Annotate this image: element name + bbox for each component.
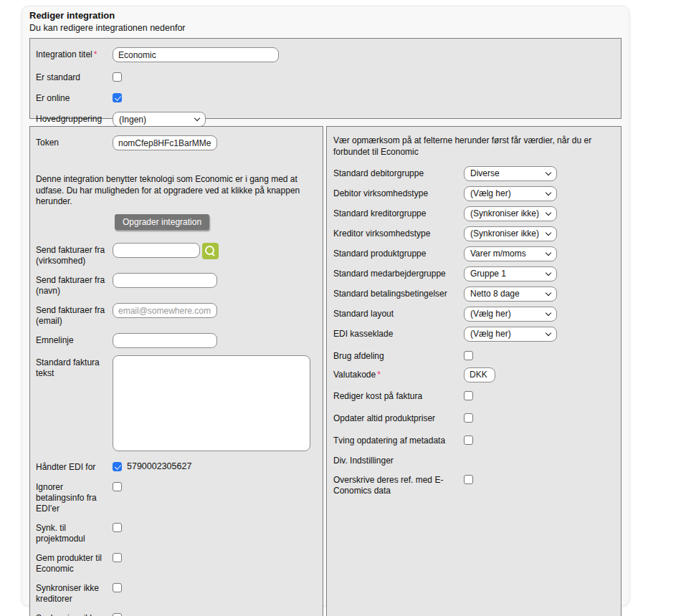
gem-produkter-checkbox[interactable] <box>113 553 122 562</box>
handle-edi-checkbox[interactable] <box>113 462 122 471</box>
handle-edi-label: Håndter EDI for <box>36 460 108 473</box>
chevron-down-icon <box>546 170 551 175</box>
select-value: (Vælg her) <box>470 329 511 339</box>
standard-kreditorgruppe-select[interactable]: (Synkroniser ikke) <box>464 206 557 221</box>
synkroniser-ikke-kreditorer-checkbox[interactable] <box>113 583 122 592</box>
opdater-altid-produktpriser-checkbox[interactable] <box>464 413 473 423</box>
standard-produktgruppe-select[interactable]: Varer m/moms <box>464 246 557 261</box>
valutakode-input[interactable] <box>464 367 495 382</box>
required-asterisk: * <box>377 370 381 380</box>
save-products-label: Gem produkter til Economic <box>36 551 108 574</box>
invoice-text-label: Standard faktura tekst <box>36 355 108 379</box>
standard-debitorgruppe-select[interactable]: Diverse <box>464 166 557 181</box>
integration-title-row: Integration titel* <box>36 47 615 62</box>
er-standard-checkbox[interactable] <box>113 72 122 82</box>
standard-layout-select[interactable]: (Vælg her) <box>464 307 557 322</box>
opdater-produktpriser-row: Opdater altid produktpriser <box>333 411 615 424</box>
hovedgruppering-row: Hovedgruppering (Ingen) <box>36 112 615 127</box>
select-value: Varer m/moms <box>470 249 526 259</box>
send-from-email-row: Send fakturaer fra (email) <box>36 303 317 327</box>
panels-row: Token Denne integration benytter teknolo… <box>29 126 622 616</box>
kreditor-virksomhedstype-row: Kreditor virksomhedstype (Synkroniser ik… <box>333 226 615 241</box>
er-standard-row: Er standard <box>36 70 615 83</box>
integration-title-input[interactable] <box>113 47 279 62</box>
page-subtitle: Du kan redigere integrationen nedenfor <box>29 22 622 34</box>
invoice-text-row: Standard faktura tekst <box>36 355 317 451</box>
hovedgruppering-select[interactable]: (Ingen) <box>113 112 206 127</box>
deprecation-notice: Denne integration benytter teknologi som… <box>36 174 317 207</box>
synk-til-projektmodul-checkbox[interactable] <box>113 523 122 532</box>
edit-integration-card: Rediger integration Du kan redigere inte… <box>22 6 629 606</box>
send-from-name-input[interactable] <box>113 273 217 288</box>
valutakode-label: Valutakode* <box>333 367 459 380</box>
div-indstillinger-label: Div. Indstillinger <box>333 456 615 466</box>
send-from-name-row: Send fakturaer fra (navn) <box>36 273 317 297</box>
er-online-label: Er online <box>36 91 108 104</box>
standard-layout-row: Standard layout (Vælg her) <box>333 307 615 322</box>
produktgruppe-row: Standard produktgruppe Varer m/moms <box>333 246 615 261</box>
upgrade-integration-button[interactable]: Opgrader integration <box>115 214 209 230</box>
select-value: (Synkroniser ikke) <box>470 208 539 218</box>
invoice-text-textarea[interactable] <box>113 355 310 451</box>
brug-afdeling-row: Brug afdeling <box>333 349 615 362</box>
rediger-kost-row: Rediger kost på faktura <box>333 389 615 402</box>
debitor-virksomhedstype-label: Debitor virksomhedstype <box>333 186 459 199</box>
er-online-checkbox[interactable] <box>113 93 122 102</box>
tving-opdatering-checkbox[interactable] <box>464 435 473 445</box>
send-from-company-label: Send fakturaer fra (virksomhed) <box>36 243 108 266</box>
sync-project-label: Synk. til projektmodul <box>36 521 108 544</box>
kreditor-virksomhedstype-select[interactable]: (Synkroniser ikke) <box>464 226 557 241</box>
valutakode-row: Valutakode* <box>333 367 615 382</box>
debitorgruppe-row: Standard debitorgruppe Diverse <box>333 166 615 181</box>
subject-line-input[interactable] <box>113 333 217 348</box>
economic-notice: Vær opmærksom på at felterne herunder fø… <box>333 135 615 158</box>
standard-betalingsbetingelser-select[interactable]: Netto 8 dage <box>464 287 557 302</box>
sync-project-row: Synk. til projektmodul <box>36 521 317 544</box>
ignorer-betalingsinfo-checkbox[interactable] <box>113 482 122 491</box>
required-asterisk: * <box>94 49 97 59</box>
overskrive-ref-row: Overskrive deres ref. med E-Conomics dat… <box>333 473 615 496</box>
token-label: Token <box>36 135 108 148</box>
select-value: (Synkroniser ikke) <box>470 228 539 239</box>
chevron-down-icon <box>546 210 551 216</box>
er-standard-label: Er standard <box>36 70 108 83</box>
overskrive-ref-checkbox[interactable] <box>464 475 473 484</box>
left-settings-panel: Token Denne integration benytter teknolo… <box>29 126 323 616</box>
hovedgruppering-label: Hovedgruppering <box>36 112 108 125</box>
chevron-down-icon <box>546 310 551 316</box>
medarbejdergruppe-label: Standard medarbejdergruppe <box>333 266 459 279</box>
rediger-kost-checkbox[interactable] <box>464 391 473 400</box>
tving-metadata-row: Tving opdatering af metadata <box>333 433 615 446</box>
edi-kasseklade-select[interactable]: (Vælg her) <box>464 327 557 342</box>
debitor-virksomhedstype-select[interactable]: (Vælg her) <box>464 186 557 201</box>
integration-title-label: Integration titel* <box>36 47 108 60</box>
debitorgruppe-label: Standard debitorgruppe <box>333 166 459 179</box>
page-title: Rediger integration <box>29 10 622 22</box>
save-products-row: Gem produkter til Economic <box>36 551 317 574</box>
right-settings-panel: Vær opmærksom på at felterne herunder fø… <box>326 126 622 616</box>
send-from-company-input[interactable] <box>113 243 200 258</box>
send-from-email-label: Send fakturaer fra (email) <box>36 303 108 327</box>
select-value: (Vælg her) <box>470 188 511 198</box>
chevron-down-icon <box>546 190 551 196</box>
betalingsbetingelser-label: Standard betalingsbetingelser <box>333 287 459 299</box>
opdater-produktpriser-label: Opdater altid produktpriser <box>333 411 459 424</box>
select-value: Gruppe 1 <box>470 269 506 279</box>
overskrive-ref-label: Overskrive deres ref. med E-Conomics dat… <box>333 473 459 496</box>
send-from-email-input[interactable] <box>113 303 217 318</box>
standard-layout-label: Standard layout <box>333 307 459 319</box>
standard-medarbejdergruppe-select[interactable]: Gruppe 1 <box>464 266 557 281</box>
synkroniser-ikke-debitorer-checkbox[interactable] <box>113 613 122 616</box>
send-from-company-row: Send fakturaer fra (virksomhed) <box>36 243 317 266</box>
search-icon[interactable] <box>202 243 219 259</box>
no-sync-debtors-row: Synkroniser ikke debitorer <box>36 611 317 616</box>
no-sync-debtors-label: Synkroniser ikke debitorer <box>36 611 108 616</box>
chevron-down-icon <box>546 250 551 256</box>
subject-line-row: Emnelinje <box>36 333 317 348</box>
tving-metadata-label: Tving opdatering af metadata <box>333 433 459 446</box>
produktgruppe-label: Standard produktgruppe <box>333 246 459 259</box>
token-input[interactable] <box>113 135 217 150</box>
no-sync-creditors-row: Synkroniser ikke kreditorer <box>36 581 317 605</box>
kreditorgruppe-label: Standard kreditorgruppe <box>333 206 459 219</box>
brug-afdeling-checkbox[interactable] <box>464 351 473 360</box>
